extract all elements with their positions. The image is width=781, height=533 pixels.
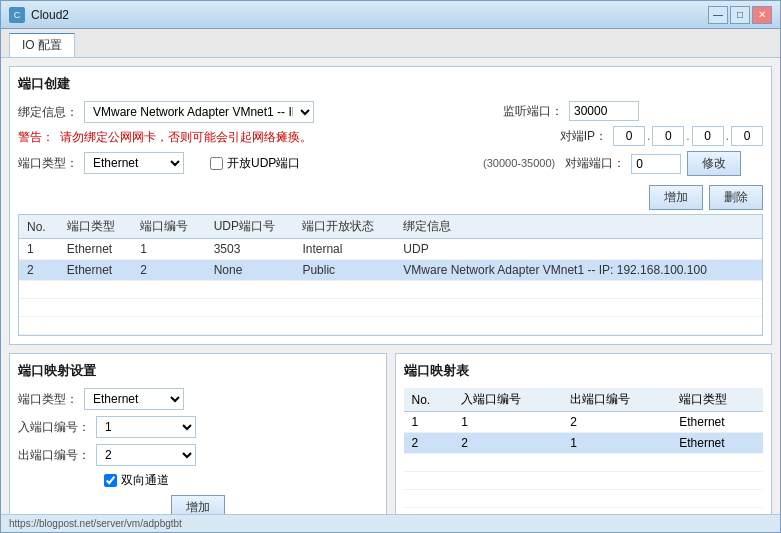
delete-port-button[interactable]: 删除 [709,185,763,210]
mapping-type-row: 端口类型： Ethernet UDP [18,388,378,410]
mapping-table-title: 端口映射表 [404,362,764,380]
map-col-type: 端口类型 [671,388,763,412]
port-type-label: 端口类型： [18,155,78,172]
table-row[interactable]: 1Ethernet13503InternalUDP [19,239,762,260]
mapping-type-label: 端口类型： [18,391,78,408]
port-type-row: 端口类型： Ethernet UDP TCP 开放UDP端口 [18,152,471,174]
title-bar-left: C Cloud2 [9,7,69,23]
app-icon: C [9,7,25,23]
map-col-no: No. [404,388,454,412]
warning-row: 警告： 请勿绑定公网网卡，否则可能会引起网络瘫痪。 [18,129,471,146]
warning-text: 请勿绑定公网网卡，否则可能会引起网络瘫痪。 [60,129,312,146]
port-creation-title: 端口创建 [18,75,763,93]
port-table-container: No. 端口类型 端口编号 UDP端口号 端口开放状态 绑定信息 1Ethern… [18,214,763,336]
remote-ip-row: 对端IP： . . . [483,126,763,146]
map-col-out: 出端口编号 [562,388,671,412]
col-udp: UDP端口号 [206,215,295,239]
remote-port-label: 对端端口： [565,155,625,172]
listen-port-row: 监听端口： [483,101,763,121]
main-content: 端口创建 绑定信息： VMware Network Adapter VMnet1… [1,58,780,514]
bind-select[interactable]: VMware Network Adapter VMnet1 -- IP: 192… [84,101,314,123]
window-title: Cloud2 [31,8,69,22]
bidirectional-label[interactable]: 双向通道 [104,472,169,489]
table-row-empty [19,317,762,335]
in-port-label: 入端口编号： [18,419,90,436]
ip-seg-4[interactable] [731,126,763,146]
udp-checkbox[interactable] [210,157,223,170]
list-item-empty [404,454,764,472]
udp-checkbox-group: 开放UDP端口 [210,155,300,172]
table-row-empty [19,299,762,317]
main-window: C Cloud2 — □ ✕ IO 配置 端口创建 绑定信息： [0,0,781,533]
table-row[interactable]: 2Ethernet2NonePublicVMware Network Adapt… [19,260,762,281]
in-port-row: 入端口编号： 1 2 [18,416,378,438]
out-port-row: 出端口编号： 1 2 [18,444,378,466]
col-status: 端口开放状态 [294,215,395,239]
list-item-empty [404,490,764,508]
title-bar: C Cloud2 — □ ✕ [1,1,780,29]
col-number: 端口编号 [132,215,205,239]
port-mapping-section: 端口映射设置 端口类型： Ethernet UDP 入端口编号： 1 2 [9,353,387,514]
list-item-empty [404,472,764,490]
in-port-select[interactable]: 1 2 [96,416,196,438]
bidirectional-checkbox[interactable] [104,474,117,487]
mapping-btn-row: 增加 [18,495,378,514]
status-text: https://blogpost.net/server/vm/adpbgtbt [9,518,182,529]
bind-info-row: 绑定信息： VMware Network Adapter VMnet1 -- I… [18,101,471,123]
add-port-button[interactable]: 增加 [649,185,703,210]
modify-button[interactable]: 修改 [687,151,741,176]
table-row-empty [19,281,762,299]
port-table: No. 端口类型 端口编号 UDP端口号 端口开放状态 绑定信息 1Ethern… [19,215,762,335]
col-type: 端口类型 [59,215,132,239]
col-bind: 绑定信息 [395,215,762,239]
remote-port-row: (30000-35000) 对端端口： 修改 [483,151,763,176]
remote-port-input[interactable] [631,154,681,174]
tab-io[interactable]: IO 配置 [9,33,75,57]
minimize-button[interactable]: — [708,6,728,24]
col-no: No. [19,215,59,239]
ip-seg-3[interactable] [692,126,724,146]
suggest-range: (30000-35000) [483,156,555,170]
bottom-panels: 端口映射设置 端口类型： Ethernet UDP 入端口编号： 1 2 [9,353,772,514]
listen-port-label: 监听端口： [483,103,563,120]
window-controls: — □ ✕ [708,6,772,24]
port-creation-left: 绑定信息： VMware Network Adapter VMnet1 -- I… [18,101,471,210]
mapping-table: No. 入端口编号 出端口编号 端口类型 112Ethernet221Ether… [404,388,764,508]
list-item[interactable]: 221Ethernet [404,433,764,454]
close-button[interactable]: ✕ [752,6,772,24]
status-bar: https://blogpost.net/server/vm/adpbgtbt [1,514,780,532]
map-col-in: 入端口编号 [453,388,562,412]
port-creation-section: 端口创建 绑定信息： VMware Network Adapter VMnet1… [9,66,772,345]
warning-label: 警告： [18,129,54,146]
port-mapping-title: 端口映射设置 [18,362,378,380]
out-port-select[interactable]: 1 2 [96,444,196,466]
mapping-table-section: 端口映射表 No. 入端口编号 出端口编号 端口类型 112Ethernet22… [395,353,773,514]
list-item[interactable]: 112Ethernet [404,412,764,433]
bind-label: 绑定信息： [18,104,78,121]
port-creation-right: 监听端口： 对端IP： . . . [483,101,763,210]
udp-checkbox-label[interactable]: 开放UDP端口 [210,155,300,172]
maximize-button[interactable]: □ [730,6,750,24]
remote-ip-inputs: . . . [613,126,763,146]
listen-port-input[interactable] [569,101,639,121]
out-port-label: 出端口编号： [18,447,90,464]
bidirectional-row: 双向通道 [18,472,378,489]
remote-ip-label: 对端IP： [560,128,607,145]
add-mapping-button[interactable]: 增加 [171,495,225,514]
mapping-type-select[interactable]: Ethernet UDP [84,388,184,410]
ip-seg-2[interactable] [652,126,684,146]
ip-seg-1[interactable] [613,126,645,146]
add-delete-row: 增加 删除 [483,185,763,210]
port-type-select[interactable]: Ethernet UDP TCP [84,152,184,174]
tab-bar: IO 配置 [1,29,780,58]
